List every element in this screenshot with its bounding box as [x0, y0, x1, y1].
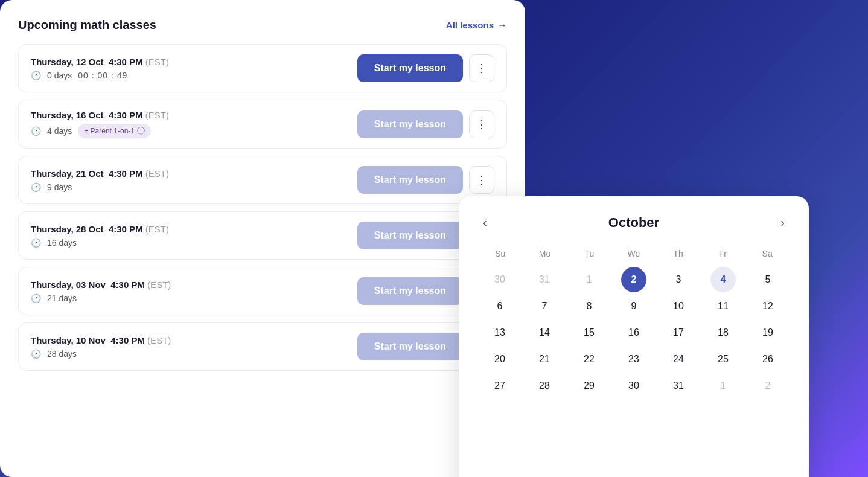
clock-icon: 🕐	[31, 293, 41, 303]
parent-badge: + Parent 1-on-1 ⓘ	[78, 124, 151, 138]
lesson-meta: 🕐4 days+ Parent 1-on-1 ⓘ	[31, 124, 169, 138]
lesson-info: Thursday, 16 Oct 4:30 PM (EST)🕐4 days+ P…	[31, 110, 169, 138]
calendar-grid: SuMoTuWeThFrSa 3031123456789101112131415…	[478, 246, 790, 399]
calendar-day[interactable]: 28	[532, 373, 557, 399]
lesson-row: Thursday, 28 Oct 4:30 PM (EST)🕐16 daysSt…	[18, 211, 507, 260]
lesson-date: Thursday, 10 Nov 4:30 PM (EST)	[31, 335, 171, 345]
lesson-info: Thursday, 10 Nov 4:30 PM (EST)🕐28 days	[31, 335, 171, 359]
start-lesson-button[interactable]: Start my lesson	[357, 333, 463, 360]
lesson-row: Thursday, 10 Nov 4:30 PM (EST)🕐28 daysSt…	[18, 322, 507, 371]
lesson-timer: 00 : 00 : 49	[78, 71, 127, 80]
more-options-button[interactable]: ⋮	[469, 166, 494, 194]
start-lesson-button[interactable]: Start my lesson	[357, 166, 463, 194]
calendar-day[interactable]: 4	[710, 267, 736, 292]
calendar-next-button[interactable]: ›	[776, 213, 790, 232]
lesson-actions: Start my lesson⋮	[357, 110, 494, 138]
calendar-day[interactable]: 10	[666, 293, 691, 319]
lesson-days: 4 days	[47, 126, 72, 136]
calendar-day[interactable]: 13	[487, 320, 512, 345]
lesson-date: Thursday, 16 Oct 4:30 PM (EST)	[31, 110, 169, 120]
main-card: Upcoming math classes All lessons → Thur…	[0, 0, 525, 477]
calendar-day[interactable]: 5	[755, 267, 780, 292]
lesson-info: Thursday, 28 Oct 4:30 PM (EST)🕐16 days	[31, 224, 169, 248]
calendar-day[interactable]: 12	[755, 293, 780, 319]
lesson-days: 28 days	[47, 349, 77, 359]
calendar-weekday: We	[611, 246, 656, 261]
calendar-month: October	[608, 215, 659, 231]
calendar-day[interactable]: 18	[710, 320, 736, 345]
calendar-weekday: Tu	[567, 246, 611, 261]
lesson-date: Thursday, 21 Oct 4:30 PM (EST)	[31, 168, 169, 179]
lesson-days: 9 days	[47, 182, 72, 192]
lesson-row: Thursday, 03 Nov 4:30 PM (EST)🕐21 daysSt…	[18, 267, 507, 315]
calendar-day[interactable]: 9	[621, 293, 646, 319]
clock-icon: 🕐	[31, 238, 41, 248]
calendar-day[interactable]: 19	[755, 320, 780, 345]
calendar-day[interactable]: 27	[487, 373, 512, 399]
calendar-day[interactable]: 24	[666, 347, 691, 372]
lesson-row: Thursday, 12 Oct 4:30 PM (EST)🕐0 days00 …	[18, 44, 507, 92]
lesson-date: Thursday, 28 Oct 4:30 PM (EST)	[31, 224, 169, 234]
all-lessons-link[interactable]: All lessons →	[446, 20, 507, 31]
calendar-day[interactable]: 17	[666, 320, 691, 345]
calendar-day[interactable]: 29	[576, 373, 602, 399]
page-title: Upcoming math classes	[18, 18, 156, 32]
all-lessons-arrow: →	[497, 20, 507, 31]
calendar-day[interactable]: 16	[621, 320, 646, 345]
lesson-actions: Start my lesson⋮	[357, 54, 494, 82]
calendar-day[interactable]: 31	[666, 373, 691, 399]
clock-icon: 🕐	[31, 71, 41, 80]
calendar-day[interactable]: 14	[532, 320, 557, 345]
calendar-weekday: Sa	[745, 246, 790, 261]
calendar-day[interactable]: 21	[532, 347, 557, 372]
calendar-day[interactable]: 26	[755, 347, 780, 372]
calendar-day[interactable]: 30	[621, 373, 646, 399]
clock-icon: 🕐	[31, 182, 41, 192]
calendar-day[interactable]: 1	[710, 373, 736, 399]
calendar-weekday: Su	[478, 246, 523, 261]
lesson-info: Thursday, 21 Oct 4:30 PM (EST)🕐9 days	[31, 168, 169, 192]
calendar-prev-button[interactable]: ‹	[478, 213, 492, 232]
lesson-date: Thursday, 12 Oct 4:30 PM (EST)	[31, 57, 169, 67]
calendar-day[interactable]: 15	[576, 320, 602, 345]
lesson-actions: Start my lesson⋮	[357, 166, 494, 194]
calendar-day[interactable]: 25	[710, 347, 736, 372]
lesson-days: 16 days	[47, 238, 77, 248]
calendar-day[interactable]: 1	[576, 267, 602, 292]
lesson-meta: 🕐28 days	[31, 349, 171, 359]
calendar-days: 3031123456789101112131415161718192021222…	[478, 267, 790, 399]
calendar-day[interactable]: 2	[755, 373, 780, 399]
calendar-day[interactable]: 6	[487, 293, 512, 319]
lesson-info: Thursday, 12 Oct 4:30 PM (EST)🕐0 days00 …	[31, 57, 169, 80]
calendar-weekdays: SuMoTuWeThFrSa	[478, 246, 790, 261]
lesson-row: Thursday, 21 Oct 4:30 PM (EST)🕐9 daysSta…	[18, 156, 507, 204]
calendar-day[interactable]: 23	[621, 347, 646, 372]
clock-icon: 🕐	[31, 349, 41, 359]
lesson-meta: 🕐9 days	[31, 182, 169, 192]
calendar-day[interactable]: 31	[532, 267, 557, 292]
lesson-meta: 🕐21 days	[31, 293, 171, 303]
lesson-row: Thursday, 16 Oct 4:30 PM (EST)🕐4 days+ P…	[18, 100, 507, 149]
start-lesson-button[interactable]: Start my lesson	[357, 54, 463, 82]
calendar-weekday: Fr	[701, 246, 745, 261]
more-options-button[interactable]: ⋮	[469, 54, 494, 82]
card-header: Upcoming math classes All lessons →	[18, 18, 507, 32]
start-lesson-button[interactable]: Start my lesson	[357, 110, 463, 138]
lesson-days: 21 days	[47, 293, 77, 303]
calendar-day[interactable]: 22	[576, 347, 602, 372]
more-options-button[interactable]: ⋮	[469, 110, 494, 138]
calendar-day[interactable]: 2	[621, 267, 646, 292]
calendar-weekday: Mo	[523, 246, 567, 261]
calendar-header: ‹ October ›	[478, 213, 790, 232]
calendar-day[interactable]: 30	[487, 267, 512, 292]
calendar-day[interactable]: 3	[666, 267, 691, 292]
lesson-info: Thursday, 03 Nov 4:30 PM (EST)🕐21 days	[31, 280, 171, 303]
calendar-day[interactable]: 11	[710, 293, 736, 319]
calendar-day[interactable]: 8	[576, 293, 602, 319]
lesson-date: Thursday, 03 Nov 4:30 PM (EST)	[31, 280, 171, 290]
start-lesson-button[interactable]: Start my lesson	[357, 222, 463, 249]
start-lesson-button[interactable]: Start my lesson	[357, 277, 463, 305]
calendar-day[interactable]: 20	[487, 347, 512, 372]
calendar-day[interactable]: 7	[532, 293, 557, 319]
clock-icon: 🕐	[31, 126, 41, 136]
